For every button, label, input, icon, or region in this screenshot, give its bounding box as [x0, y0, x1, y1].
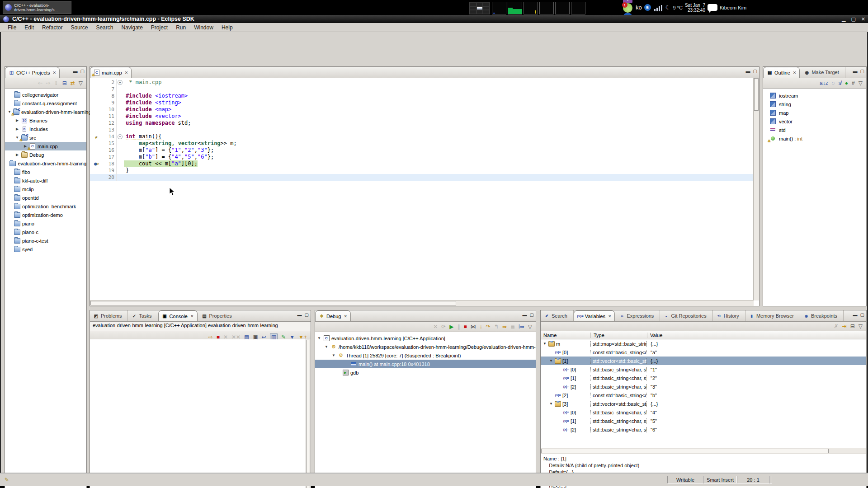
debug-tree-item[interactable]: ▼ ⚙ /home/kkb110/workspace/evaluation-dr… — [315, 343, 536, 351]
debug-tree-item[interactable]: ▼ ⚙ Thread [1] 25829 [core: 7] (Suspende… — [315, 351, 536, 360]
fold-margin[interactable] — [116, 167, 124, 174]
step-into-icon[interactable]: ↓ — [480, 324, 482, 329]
outline-item[interactable]: map — [763, 108, 866, 117]
variable-row[interactable]: (x)= [2] std::basic_string<char, std:: "… — [541, 382, 866, 391]
menu-item[interactable]: Refactor — [38, 24, 66, 31]
tab-search[interactable]: ✐ Search — [541, 310, 574, 321]
minimize-icon[interactable]: ▬ — [523, 312, 527, 317]
scrollbar-thumb[interactable] — [90, 301, 456, 305]
bluetooth-status-icon[interactable]: B — [644, 4, 651, 11]
breakpoint-margin[interactable] — [94, 120, 101, 127]
tab-memory-browser[interactable]: ▮ Memory Browser — [745, 310, 800, 321]
code-line[interactable]: 10 #include <map> — [90, 106, 754, 113]
breakpoint-margin[interactable] — [94, 86, 101, 93]
project-tree-item[interactable]: ▶ Debug — [5, 150, 86, 159]
column-value[interactable]: Value — [647, 333, 866, 338]
project-tree-item[interactable]: evaluation-driven-hmm-training — [5, 159, 86, 168]
tab-git-repositories[interactable]: ◒ Git Repositories — [660, 310, 712, 321]
maximize-icon[interactable]: ▢ — [305, 312, 309, 317]
minimize-icon[interactable]: ▬ — [73, 69, 78, 74]
code-line[interactable]: 13 — [90, 127, 754, 133]
tab-breakpoints[interactable]: ◉ Breakpoints — [800, 310, 844, 321]
menu-item[interactable]: Source — [66, 24, 92, 31]
hide-static-icon[interactable]: s̸ — [839, 80, 841, 86]
username[interactable]: Kibeom Kim — [720, 5, 746, 10]
fold-margin[interactable] — [116, 127, 124, 133]
link-editor-icon[interactable]: ⇄ — [71, 80, 75, 86]
outline-item[interactable]: std — [763, 126, 866, 134]
menu-item[interactable]: File — [4, 24, 20, 31]
code-line[interactable]: 12 using namespace std; — [90, 120, 754, 127]
breakpoint-margin[interactable] — [94, 140, 101, 147]
project-tree-item[interactable]: optimization_benchmark — [5, 202, 86, 211]
run-to-line-icon[interactable]: ⇒ — [502, 324, 507, 329]
fold-margin[interactable] — [116, 147, 124, 154]
fold-margin[interactable]: + — [116, 79, 124, 86]
column-type[interactable]: Type — [590, 333, 647, 338]
code-line[interactable]: 16 m["a"] = {"1","2","3"}; — [90, 147, 754, 154]
breakpoint-margin[interactable] — [94, 113, 101, 120]
project-tree-item[interactable]: piano-c-test — [5, 236, 86, 245]
minimize-icon[interactable]: ▬ — [746, 69, 750, 74]
close-icon[interactable]: ✕ — [190, 314, 194, 319]
step-filters-icon[interactable]: ≣ — [510, 324, 515, 329]
fold-margin[interactable] — [116, 86, 124, 93]
fold-margin[interactable] — [116, 93, 124, 99]
close-icon[interactable]: ✕ — [793, 70, 797, 75]
code-line[interactable]: 7 — [90, 86, 754, 93]
hide-non-public-icon[interactable]: ● — [845, 80, 848, 86]
variable-row[interactable]: (x)= [2] const std::basic_string<char, "… — [541, 391, 866, 399]
chat-bubble-icon[interactable] — [708, 4, 717, 11]
variable-row[interactable]: ▼ [1] std::vector<std::basic_string {...… — [541, 357, 866, 365]
project-tree-item[interactable]: fibo — [5, 168, 86, 176]
hide-fields-icon[interactable]: ◌ — [832, 80, 835, 86]
breakpoint-margin[interactable] — [94, 93, 101, 99]
close-button[interactable]: ✕ — [861, 16, 865, 22]
collapse-all-icon[interactable]: ⊟ — [850, 324, 855, 329]
code-line[interactable]: 11 #include <vector> — [90, 113, 754, 120]
maximize-icon[interactable]: ▢ — [860, 312, 864, 317]
view-menu-icon[interactable]: ▽ — [859, 324, 863, 329]
resume-icon[interactable]: ▶ — [449, 324, 453, 329]
collapse-all-icon[interactable]: ⊟ — [62, 80, 67, 86]
console-output[interactable] — [90, 339, 306, 488]
tab-expressions[interactable]: ∞ Expressions — [616, 310, 660, 321]
breakpoint-margin[interactable] — [94, 154, 101, 160]
fold-margin[interactable]: − — [116, 133, 124, 140]
taskbar-window-button[interactable]: C/C++ - evaluation- driven-hmm-learning/… — [3, 1, 71, 14]
fold-margin[interactable] — [116, 113, 124, 120]
debug-tree-item[interactable]: main() at main.cpp:18 0x401318 — [315, 360, 536, 368]
maximize-icon[interactable]: ▢ — [530, 312, 534, 317]
tab-main-cpp[interactable]: C⚠ main.cpp ✕ — [90, 67, 132, 78]
minimize-icon[interactable]: ▬ — [853, 312, 858, 317]
forward-icon[interactable]: ⇨ — [46, 80, 51, 86]
code-editor[interactable]: 2 + * main.cpp 7 8 #includ — [90, 78, 754, 300]
notification-badge-icon[interactable]: 1 — [623, 3, 632, 13]
view-menu-icon[interactable]: ▽ — [528, 324, 532, 329]
breakpoint-margin[interactable] — [94, 167, 101, 174]
suspend-icon[interactable]: ∥ — [458, 324, 460, 329]
variable-row[interactable]: (x)= [0] std::basic_string<char, std:: "… — [541, 365, 866, 374]
maximize-icon[interactable]: ▢ — [80, 69, 85, 74]
step-return-icon[interactable]: ↰ — [494, 324, 499, 329]
tab-problems[interactable]: ◩ Problems — [90, 310, 128, 321]
editor-horizontal-scrollbar[interactable] — [90, 300, 754, 306]
tab-make-target[interactable]: ◉ Make Target — [801, 67, 845, 78]
fold-margin[interactable] — [116, 106, 124, 113]
tab-cpp-projects[interactable]: ◫ C/C++ Projects ✕ — [5, 67, 60, 78]
restart-icon[interactable]: ⟳ — [441, 324, 446, 329]
project-tree-item[interactable]: constant-q-reassignment — [5, 99, 86, 108]
disconnect-icon[interactable]: ⋈ — [471, 324, 476, 329]
maximize-button[interactable]: ▢ — [851, 16, 855, 22]
fold-margin[interactable] — [116, 174, 124, 181]
active-workspace-cell[interactable] — [476, 6, 483, 10]
project-tree-item[interactable]: openttd — [5, 193, 86, 202]
variable-row[interactable]: ▼ [3] std::vector<std::basic_string {...… — [541, 399, 866, 408]
maximize-icon[interactable]: ▢ — [860, 69, 864, 74]
project-tree-item[interactable]: kkl-auto-diff — [5, 176, 86, 185]
sort-icon[interactable]: a↓z — [820, 80, 828, 86]
outline-item[interactable]: vector — [763, 117, 866, 126]
code-line[interactable]: 18 cout << m["a"][0]; — [90, 160, 754, 167]
outline-item[interactable]: ⚠ main() : int — [763, 134, 866, 143]
fold-margin[interactable] — [116, 140, 124, 147]
